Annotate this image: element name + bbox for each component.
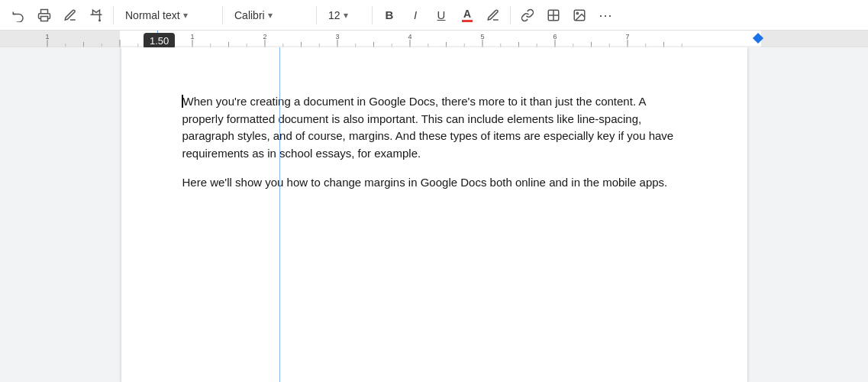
svg-point-1 (99, 20, 101, 21)
page: When you're creating a document in Googl… (121, 47, 747, 382)
paragraph-1: When you're creating a document in Googl… (182, 93, 686, 162)
bold-icon: B (386, 8, 394, 21)
insertimage-icon (573, 8, 586, 22)
paragraph-1-text: When you're creating a document in Googl… (182, 95, 674, 160)
svg-rect-0 (41, 16, 48, 21)
font-arrow: ▾ (268, 10, 273, 21)
undo-button[interactable] (6, 3, 31, 28)
divider-5 (510, 6, 511, 24)
bold-button[interactable]: B (377, 3, 402, 28)
more-icon: ⋯ (599, 7, 613, 24)
fontsize-arrow: ▾ (344, 10, 348, 21)
left-margin-line (279, 47, 280, 382)
font-label: Calibri (234, 9, 265, 21)
style-arrow: ▾ (183, 10, 188, 21)
svg-point-6 (576, 12, 578, 14)
divider-1 (113, 6, 114, 24)
paragraph-2-text: Here we'll show you how to change margin… (182, 176, 668, 189)
fontsize-dropdown[interactable]: 12 ▾ (321, 3, 367, 28)
fontcolor-button[interactable]: A (455, 3, 479, 28)
spellcheck-button[interactable] (58, 3, 82, 28)
margin-tooltip: 1.50 (144, 33, 175, 47)
document-area: When you're creating a document in Googl… (0, 47, 868, 382)
ruler: 1.50 (0, 31, 868, 47)
highlight-button[interactable] (481, 3, 505, 28)
fontcolor-icon: A (462, 8, 473, 22)
ruler-canvas[interactable] (0, 31, 868, 47)
style-dropdown[interactable]: Normal text ▾ (118, 3, 218, 28)
style-label: Normal text (125, 9, 180, 21)
highlight-icon (486, 8, 500, 22)
insertspecial-icon (547, 8, 560, 22)
insertspecial-button[interactable] (541, 3, 566, 28)
paintformat-button[interactable] (84, 3, 108, 28)
italic-icon: I (414, 8, 417, 21)
link-button[interactable] (515, 3, 540, 28)
underline-icon: U (437, 8, 446, 21)
divider-2 (222, 6, 223, 24)
underline-button[interactable]: U (429, 3, 453, 28)
divider-4 (372, 6, 373, 24)
divider-3 (316, 6, 317, 24)
print-button[interactable] (32, 3, 56, 28)
margin-value: 1.50 (150, 35, 169, 47)
fontsize-label: 12 (328, 9, 340, 21)
more-options-button[interactable]: ⋯ (593, 3, 618, 28)
document-content[interactable]: When you're creating a document in Googl… (182, 93, 686, 192)
insertimage-button[interactable] (567, 3, 592, 28)
link-icon (521, 8, 534, 22)
toolbar: Normal text ▾ Calibri ▾ 12 ▾ B I U A (0, 0, 868, 31)
italic-button[interactable]: I (403, 3, 428, 28)
font-dropdown[interactable]: Calibri ▾ (227, 3, 311, 28)
paragraph-2: Here we'll show you how to change margin… (182, 174, 686, 192)
